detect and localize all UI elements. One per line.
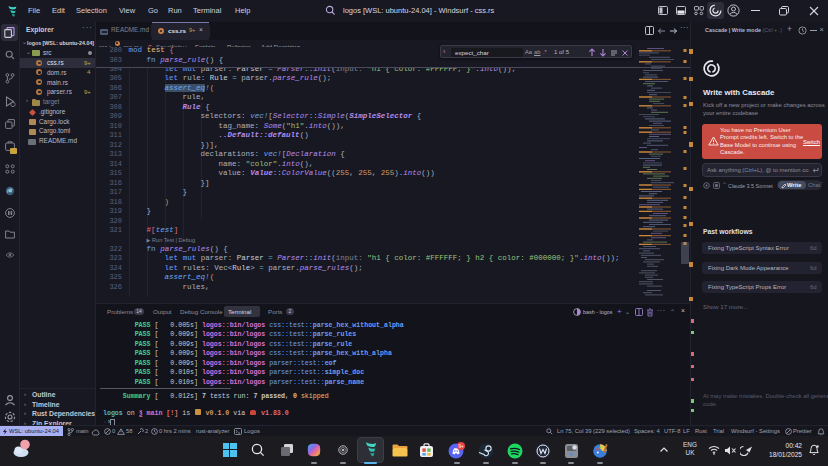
svg-text:9+: 9+ xyxy=(458,444,464,449)
